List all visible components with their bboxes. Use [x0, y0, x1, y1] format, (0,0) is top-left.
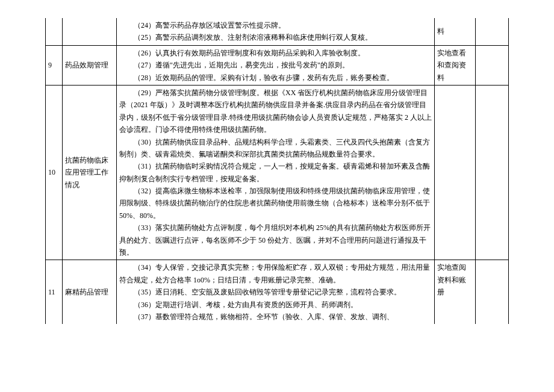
- content-line: （27）遵循"先进先出，近期先出，易变先出，按批号发药"的原则。: [119, 59, 432, 71]
- row-method: 实地查看和查阅资料: [435, 45, 476, 85]
- row-blank: [476, 18, 509, 45]
- content-line: （35）逐日消耗、空安瓿及废贴回收销毁等管理专册登记记录完整，流程符合要求。: [119, 286, 432, 298]
- content-line: （33）落实抗菌药物处方点评制度，每个月组织对本机构 25%的具有抗菌药物处方权…: [119, 222, 432, 258]
- content-line: （37）基数管理符合规范，账物相符。全环节（验收、入库、保管、发放、调剂、: [119, 311, 432, 323]
- row-content: （29）严格落实抗菌药物分级管理制度。根据《XX 省医疗机构抗菌药物临床应用分级…: [117, 85, 435, 260]
- row-method: 料: [435, 18, 476, 45]
- content-line: （36）定期进行培训、考核，处方由具有资质的医师开具、药师调剂。: [119, 299, 432, 311]
- content-line: （30）抗菌药物供应目录品种、品规结构科学合理，头霜素类、三代及四代头抱菌素（含…: [119, 136, 432, 161]
- content-line: （34）专人保管，交接记录真实完整；专用保险柜贮存，双人双锁；专用处方规范，用法…: [119, 261, 432, 286]
- row-name: 麻精药品管理: [63, 260, 117, 324]
- row-content: （26）认真执行有效期药品管理制度和有效期药品采购和入库验收制度。 （27）遵循…: [117, 45, 435, 85]
- row-num: 10: [46, 85, 63, 260]
- row-content: （34）专人保管，交接记录真实完整；专用保险柜贮存，双人双锁；专用处方规范，用法…: [117, 260, 435, 324]
- content-line: （32）提高临床微生物标本送检率，加强限制使用级和特殊使用级抗菌药物临床应用管理…: [119, 185, 432, 222]
- row-name: [63, 18, 117, 45]
- row-num: 9: [46, 45, 63, 85]
- content-line: （31）抗菌药物临时采购情况符合规定，一人一档，按规定备案。硕青霜烯和替加环素及…: [119, 160, 432, 185]
- row-blank: [476, 260, 509, 324]
- row-name: 药品效期管理: [63, 45, 117, 85]
- row-blank: [476, 45, 509, 85]
- content-line: （25）高警示药品调剂发放、注射剂浓溶液稀释和临床使用蚪行双人复核。: [119, 31, 432, 43]
- content-line: （29）严格落实抗菌药物分级管理制度。根据《XX 省医疗机构抗菌药物临床应用分级…: [119, 87, 432, 136]
- content-line: （26）认真执行有效期药品管理制度和有效期药品采购和入库验收制度。: [119, 47, 432, 59]
- row-blank: [476, 85, 509, 260]
- row-num: 11: [46, 260, 63, 324]
- row-method: [435, 85, 476, 260]
- row-content: （24）高警示药品存放区域设置警示性提示牌。 （25）高警示药品调剂发放、注射剂…: [117, 18, 435, 45]
- content-line: （24）高警示药品存放区域设置警示性提示牌。: [119, 19, 432, 31]
- row-name: 抗菌药物临床应用管理工作情况: [63, 85, 117, 260]
- regulation-table: （24）高警示药品存放区域设置警示性提示牌。 （25）高警示药品调剂发放、注射剂…: [45, 18, 509, 324]
- content-line: （28）近效期药品的管理。采购有计划，验收有步骤，发药有先后，账务要检查。: [119, 72, 432, 84]
- row-method: 实地查阅资料和账册: [435, 260, 476, 324]
- row-num: [46, 18, 63, 45]
